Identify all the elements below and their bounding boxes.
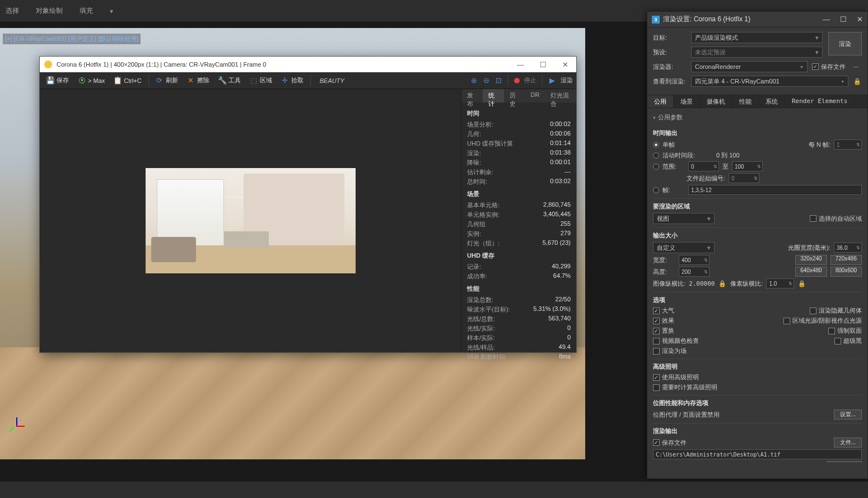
- vfb-preview-area[interactable]: [40, 89, 461, 352]
- menu-select[interactable]: 选择: [6, 6, 19, 16]
- stop-button[interactable]: 停止: [524, 76, 536, 85]
- view-to-render-select[interactable]: 四元菜单 4 - CR-VRayCam001: [691, 76, 848, 87]
- frames-input[interactable]: [688, 185, 862, 195]
- tab-system[interactable]: 系统: [759, 95, 785, 108]
- every-n-spinner[interactable]: 1: [834, 139, 862, 150]
- to-max-button[interactable]: ⦿> Max: [74, 75, 108, 86]
- tab-camera[interactable]: 摄像机: [700, 95, 732, 108]
- tab-common[interactable]: 公用: [647, 95, 674, 108]
- adv-lighting-header: 高级照明: [653, 359, 862, 371]
- renderer-select[interactable]: CoronaRenderer: [691, 61, 808, 72]
- radio-frames[interactable]: [653, 187, 659, 193]
- width-spinner[interactable]: 400: [679, 255, 710, 265]
- tab-render-elements[interactable]: Render Elements: [785, 95, 855, 108]
- region-button[interactable]: ⬚区域: [246, 75, 276, 86]
- more-options-button[interactable]: ···: [850, 63, 862, 70]
- refresh-button[interactable]: ⟳刷新: [152, 75, 181, 86]
- render-button[interactable]: 渲染: [561, 76, 573, 85]
- viewport-caption[interactable]: [+] [CR-VRayCam001] [用户定义] [默认明暗处理]: [3, 34, 141, 44]
- fit-icon[interactable]: ⊡: [494, 77, 502, 85]
- zoom-in-icon[interactable]: ⊕: [470, 77, 478, 85]
- tab-perf[interactable]: 性能: [732, 95, 759, 108]
- save-button[interactable]: 💾保存: [43, 75, 72, 86]
- super-black-checkbox[interactable]: 超级黑: [834, 337, 862, 345]
- stat-row: 实例:279: [467, 229, 571, 239]
- radio-single-frame[interactable]: [653, 142, 659, 148]
- save-file-output-checkbox[interactable]: 保存文件: [653, 439, 687, 447]
- auto-region-checkbox[interactable]: 选择的自动区域: [810, 215, 862, 223]
- range-to-spinner[interactable]: 100: [732, 161, 763, 171]
- save-file-checkbox[interactable]: 保存文件: [812, 63, 846, 71]
- tab-scene[interactable]: 场景: [674, 95, 700, 108]
- preset-720x486-button[interactable]: 720x486: [830, 255, 862, 265]
- area-mode-select[interactable]: 视图: [653, 213, 715, 224]
- stat-row: 光线/实际:0: [467, 324, 571, 333]
- tab-stats[interactable]: 统计: [483, 89, 504, 103]
- clear-button[interactable]: ✕擦除: [184, 75, 213, 86]
- vfb-close-button[interactable]: ✕: [559, 60, 572, 69]
- bitmap-setup-button[interactable]: 设置...: [834, 409, 862, 420]
- vfb-maximize-button[interactable]: ☐: [536, 60, 550, 69]
- aperture-spinner[interactable]: 36.0: [834, 243, 862, 253]
- stat-key: UHD 缓存预计算: [467, 139, 513, 148]
- preset-640x480-button[interactable]: 640x480: [795, 267, 827, 277]
- file-start-spinner[interactable]: 0: [729, 173, 759, 183]
- vfb-minimize-button[interactable]: —: [514, 60, 528, 69]
- displacement-checkbox[interactable]: 置换: [653, 327, 674, 335]
- stat-key: 降噪:: [467, 159, 481, 167]
- render-hidden-checkbox[interactable]: 渲染隐藏几何体: [810, 306, 862, 315]
- copy-button[interactable]: 📋Ctrl+C: [110, 75, 144, 86]
- vfb-toolbar: 💾保存 ⦿> Max 📋Ctrl+C ⟳刷新 ✕擦除 🔧工具 ⬚区域 ✛拾取 B…: [40, 72, 576, 89]
- radio-range[interactable]: [653, 164, 659, 170]
- area-header: 要渲染的区域: [653, 198, 862, 211]
- preset-800x600-button[interactable]: 800x600: [830, 267, 862, 277]
- create-now-button[interactable]: 立即创建: [827, 461, 862, 463]
- preset-select[interactable]: 未选定预设: [691, 46, 823, 58]
- stat-value: 49.4: [559, 343, 571, 352]
- render-field-checkbox[interactable]: 渲染为场: [653, 347, 687, 355]
- preset-320x240-button[interactable]: 320x240: [795, 255, 827, 265]
- tab-history[interactable]: 历史: [504, 89, 525, 103]
- pix-aspect-lock-icon[interactable]: 🔒: [797, 279, 806, 288]
- file-button[interactable]: 文件...: [834, 438, 862, 448]
- atmosphere-checkbox[interactable]: 大气: [653, 306, 674, 315]
- tab-dr[interactable]: DR: [525, 89, 545, 103]
- compute-adv-lighting-checkbox[interactable]: 需要时计算高级照明: [653, 383, 717, 392]
- tab-lightmix[interactable]: 灯光混合: [545, 89, 576, 103]
- rs-titlebar[interactable]: 3 渲染设置: Corona 6 (Hotfix 1) — ☐ ✕: [647, 12, 867, 27]
- output-path-field[interactable]: C:\Users\Administrator\Desktop\A1.tif: [653, 449, 862, 459]
- save-label: 保存: [57, 76, 69, 85]
- radio-active-time[interactable]: [653, 152, 659, 159]
- output-mode-select[interactable]: 自定义: [653, 242, 715, 253]
- put-image-list-checkbox[interactable]: 将图像文件列表放入输出路径: [653, 462, 742, 463]
- rs-maximize-button[interactable]: ☐: [840, 15, 847, 24]
- max-label: > Max: [88, 77, 105, 84]
- pick-button[interactable]: ✛拾取: [278, 75, 307, 86]
- range-from-spinner[interactable]: 0: [688, 161, 719, 171]
- aspect-lock-icon[interactable]: 🔒: [718, 279, 727, 288]
- menu-fill[interactable]: 填充: [80, 6, 93, 16]
- two-sided-checkbox[interactable]: 强制双面: [828, 327, 862, 335]
- effects-checkbox[interactable]: 效果: [653, 317, 674, 325]
- rs-minimize-button[interactable]: —: [823, 15, 830, 24]
- target-select[interactable]: 产品级渲染模式: [691, 32, 823, 43]
- video-color-checkbox[interactable]: 视频颜色检查: [653, 337, 699, 345]
- rollout-common-params[interactable]: 公用参数: [653, 111, 862, 123]
- tools-button[interactable]: 🔧工具: [215, 75, 244, 86]
- use-adv-lighting-checkbox[interactable]: 使用高级照明: [653, 373, 699, 381]
- stat-key: 渲染:: [467, 149, 481, 157]
- menu-dropdown-icon[interactable]: ▾: [110, 7, 113, 15]
- height-spinner[interactable]: 200: [679, 267, 710, 277]
- lock-icon[interactable]: 🔒: [853, 77, 862, 86]
- vfb-titlebar[interactable]: Corona 6 (Hotfix 1) | 400×200px (1:1) | …: [40, 57, 576, 72]
- stat-value: 0:00:01: [550, 159, 571, 167]
- menu-obj-draw[interactable]: 对象绘制: [36, 6, 63, 16]
- play-icon[interactable]: ▶: [548, 77, 556, 85]
- area-lights-checkbox[interactable]: 区域光源/阴影视作点光源: [783, 317, 862, 325]
- tab-publish[interactable]: 发布: [461, 89, 483, 103]
- rs-close-button[interactable]: ✕: [857, 15, 863, 24]
- channel-select[interactable]: BEAUTY: [314, 77, 468, 84]
- pix-aspect-spinner[interactable]: 1.0: [766, 278, 794, 288]
- render-main-button[interactable]: 渲染: [828, 32, 862, 55]
- zoom-out-icon[interactable]: ⊖: [482, 77, 490, 85]
